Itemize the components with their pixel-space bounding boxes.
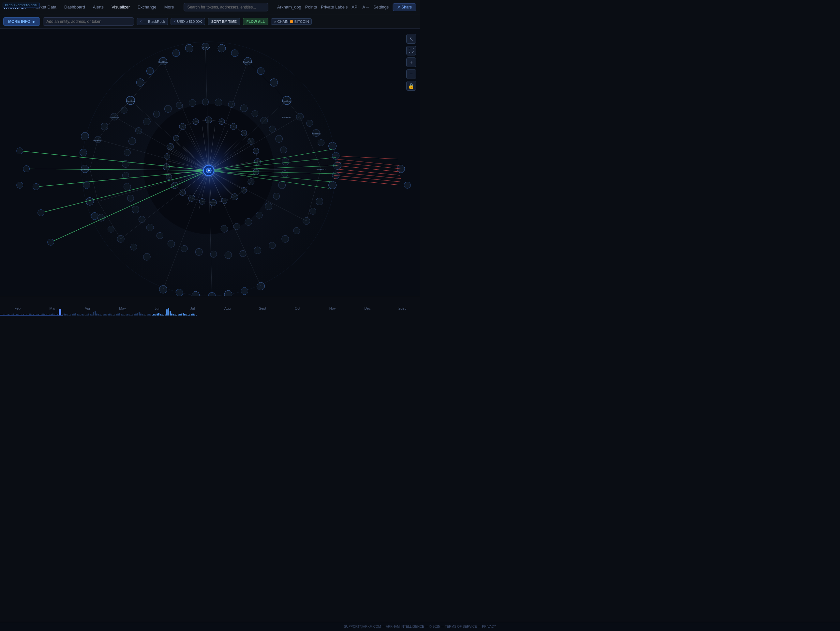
svg-point-214 <box>23 165 30 172</box>
svg-point-216 <box>38 209 44 216</box>
chain-remove-icon[interactable]: × <box>274 20 276 24</box>
svg-point-217 <box>47 239 54 245</box>
svg-point-35 <box>257 282 265 290</box>
svg-point-78 <box>153 111 160 117</box>
svg-point-58 <box>269 242 276 248</box>
svg-point-41 <box>121 107 127 114</box>
svg-point-12 <box>257 68 264 75</box>
svg-point-30 <box>176 289 183 296</box>
nav-dashboard[interactable]: Dashboard <box>61 3 88 11</box>
blackrock-filter-tag[interactable]: × — BlackRock <box>137 18 168 25</box>
svg-point-53 <box>316 198 323 205</box>
cursor-tool-button[interactable]: ↖ <box>406 34 416 44</box>
blackrock-remove-icon[interactable]: × <box>140 19 142 24</box>
zoom-out-icon: − <box>410 71 412 77</box>
nav-search-input[interactable] <box>183 3 268 11</box>
svg-point-74 <box>124 149 130 156</box>
svg-text:BlackRock: BlackRock <box>283 117 292 119</box>
fullscreen-button[interactable]: ⛶ <box>406 46 416 55</box>
toolbar: MORE INFO ▶ × — BlackRock × USD ≥ $10.00… <box>0 14 420 29</box>
svg-line-140 <box>334 175 400 182</box>
usd-remove-icon[interactable]: × <box>174 19 176 24</box>
entity-search-input[interactable] <box>43 17 134 26</box>
svg-point-64 <box>181 245 188 252</box>
network-graph[interactable]: BlackRock BlackRock <box>0 29 420 296</box>
svg-point-6 <box>218 44 226 52</box>
map-controls: ↖ ⛶ + − 🔒 <box>406 34 416 91</box>
svg-point-94 <box>273 193 280 199</box>
svg-point-68 <box>139 216 145 223</box>
zoom-out-button[interactable]: − <box>406 69 416 79</box>
nav-translate-icon[interactable]: A→ <box>362 5 369 9</box>
nav-exchange[interactable]: Exchange <box>134 3 160 11</box>
svg-point-42 <box>101 123 108 130</box>
nav-alerts[interactable]: Alerts <box>90 3 107 11</box>
svg-point-95 <box>265 202 272 210</box>
timeline-bars[interactable] <box>0 306 420 315</box>
zoom-in-icon: + <box>410 59 412 65</box>
svg-point-50 <box>306 120 313 127</box>
svg-point-48 <box>143 253 150 260</box>
svg-point-34 <box>241 288 248 295</box>
svg-point-67 <box>147 224 153 231</box>
nav-api[interactable]: API <box>352 5 358 9</box>
svg-point-54 <box>310 208 316 214</box>
svg-point-20 <box>91 212 98 220</box>
svg-point-14 <box>270 79 278 87</box>
svg-point-80 <box>176 102 183 109</box>
svg-point-63 <box>195 248 202 255</box>
bitcoin-icon <box>290 20 293 23</box>
nav-settings[interactable]: Settings <box>373 5 389 9</box>
svg-point-47 <box>130 244 137 250</box>
cursor-icon: ↖ <box>409 36 414 42</box>
svg-text:BlackRock: BlackRock <box>110 117 119 119</box>
svg-point-71 <box>123 183 131 190</box>
svg-point-77 <box>143 118 150 125</box>
svg-point-85 <box>240 105 248 112</box>
svg-point-28 <box>17 182 23 188</box>
svg-point-45 <box>107 226 114 232</box>
nav-right: Arkham_dog Points Private Labels API A→ … <box>277 3 416 11</box>
svg-line-141 <box>334 156 398 159</box>
timeline[interactable]: Feb Mar Apr May Jun Jul Aug Sept Oct Nov… <box>0 296 420 315</box>
chain-filter-tag[interactable]: × CHAIN BITCOIN <box>271 18 312 25</box>
zoom-in-button[interactable]: + <box>406 57 416 67</box>
svg-line-142 <box>334 179 400 185</box>
svg-text:BlackRock: BlackRock <box>316 168 325 170</box>
nav-points[interactable]: Points <box>305 5 317 9</box>
svg-text:BlackRock: BlackRock <box>158 61 167 63</box>
lock-button[interactable]: 🔒 <box>406 81 416 91</box>
nav-more[interactable]: More <box>161 3 177 11</box>
more-info-button[interactable]: MORE INFO ▶ <box>3 17 40 26</box>
share-button[interactable]: ↗ Share <box>393 3 416 11</box>
svg-line-136 <box>336 165 403 172</box>
nav-search-container <box>183 3 268 11</box>
svg-point-15 <box>81 133 89 140</box>
svg-point-57 <box>282 235 289 242</box>
fullscreen-icon: ⛶ <box>409 47 414 54</box>
svg-point-8 <box>231 50 238 57</box>
svg-point-21 <box>329 142 336 150</box>
timeline-handle[interactable] <box>59 309 61 315</box>
svg-point-98 <box>234 223 240 230</box>
flow-all-button[interactable]: FLOW ALL <box>243 18 268 25</box>
svg-point-56 <box>294 228 300 234</box>
svg-point-13 <box>136 79 144 87</box>
usd-filter-tag[interactable]: × USD ≥ $10.00K <box>171 18 205 25</box>
svg-point-99 <box>221 225 228 232</box>
svg-point-83 <box>215 99 222 106</box>
svg-line-137 <box>334 169 400 175</box>
svg-text:BlackRock: BlackRock <box>243 61 253 63</box>
svg-point-27 <box>404 182 411 188</box>
nav-visualizer[interactable]: Visualizer <box>108 3 133 11</box>
timeline-progress <box>0 315 63 315</box>
sort-by-time-button[interactable]: SORT BY TIME <box>208 18 240 25</box>
nav-private-labels[interactable]: Private Labels <box>321 5 347 9</box>
svg-point-61 <box>225 251 232 259</box>
svg-point-91 <box>282 158 289 165</box>
svg-point-62 <box>210 251 217 258</box>
graph-canvas[interactable]: BlackRock BlackRock <box>0 29 420 296</box>
nav-user[interactable]: Arkham_dog <box>277 5 301 9</box>
parsiancrypto-badge: PARSIANCRYPTO.COM <box>3 3 40 8</box>
svg-point-18 <box>83 182 90 188</box>
